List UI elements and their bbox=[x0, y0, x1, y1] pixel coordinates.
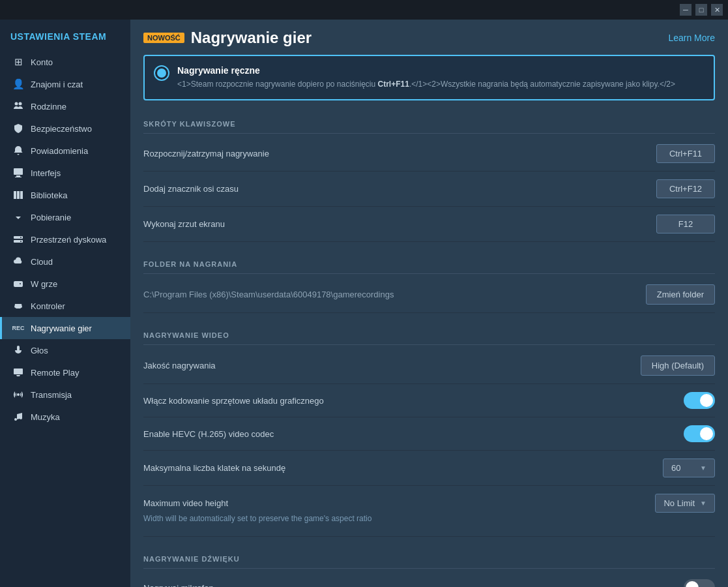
voice-icon bbox=[12, 344, 24, 356]
sidebar-label: Konto bbox=[31, 57, 53, 67]
broadcast-icon bbox=[12, 389, 24, 400]
sidebar-label: Bezpieczeństwo bbox=[31, 124, 92, 134]
minimize-button[interactable]: ─ bbox=[680, 4, 692, 16]
shortcut-row-record: Rozpocznij/zatrzymaj nagrywanie Ctrl+F11 bbox=[143, 136, 715, 172]
quality-row: Jakość nagrywania High (Default) bbox=[143, 348, 715, 384]
download-icon bbox=[12, 211, 24, 223]
maximize-button[interactable]: □ bbox=[695, 4, 707, 16]
max-height-dropdown[interactable]: No Limit ▼ bbox=[655, 494, 715, 513]
svg-point-13 bbox=[20, 283, 21, 284]
audio-header: NAGRYWANIE DŹWIĘKU bbox=[143, 547, 715, 569]
svg-rect-12 bbox=[14, 281, 23, 287]
shortcut-row-timestamp: Dodaj znacznik osi czasu Ctrl+F12 bbox=[143, 172, 715, 207]
mic-row: Nagrywaj mikrofon bbox=[143, 571, 715, 587]
sidebar-title: USTAWIENIA STEAM bbox=[0, 26, 130, 51]
max-height-row-inner: Maximum video height No Limit ▼ bbox=[143, 494, 715, 513]
shortcut-key-record[interactable]: Ctrl+F11 bbox=[656, 144, 715, 163]
hevc-label: Enable HEVC (H.265) video codec bbox=[143, 429, 274, 439]
svg-rect-5 bbox=[14, 191, 16, 199]
music-icon bbox=[12, 411, 24, 423]
ingame-icon bbox=[12, 278, 24, 290]
svg-rect-3 bbox=[16, 175, 20, 177]
account-icon: ⊞ bbox=[12, 56, 24, 68]
sidebar-item-rodzina[interactable]: Rodzinne bbox=[0, 95, 130, 117]
toggle-knob bbox=[686, 581, 699, 587]
security-icon bbox=[12, 123, 24, 134]
sidebar-label: Pobieranie bbox=[31, 213, 71, 222]
svg-rect-4 bbox=[15, 177, 22, 177]
svg-rect-7 bbox=[20, 191, 23, 199]
video-header: NAGRYWANIE WIDEO bbox=[143, 324, 715, 345]
sidebar-label: Głos bbox=[31, 346, 48, 355]
friends-icon: 👤 bbox=[12, 78, 24, 90]
family-icon bbox=[12, 100, 24, 112]
new-badge: NOWOŚĆ bbox=[143, 33, 184, 43]
folder-row: C:\Program Files (x86)\Steam\userdata\60… bbox=[143, 277, 715, 313]
storage-icon bbox=[12, 233, 24, 245]
sidebar-item-przestrzen[interactable]: Przestrzeń dyskowa bbox=[0, 228, 130, 250]
sidebar-label: Powiadomienia bbox=[31, 146, 88, 156]
shortcut-label-timestamp: Dodaj znacznik osi czasu bbox=[143, 184, 239, 194]
sidebar-label: Cloud bbox=[31, 257, 53, 267]
sidebar-label: Przestrzeń dyskowa bbox=[31, 235, 106, 245]
shortcut-key-timestamp[interactable]: Ctrl+F12 bbox=[656, 179, 715, 198]
fps-row: Maksymalna liczba klatek na sekundę 60 ▼ bbox=[143, 451, 715, 486]
sidebar-item-muzyka[interactable]: Muzyka bbox=[0, 406, 130, 428]
sidebar-item-biblioteka[interactable]: Biblioteka bbox=[0, 184, 130, 206]
mic-toggle[interactable] bbox=[684, 579, 715, 587]
svg-point-0 bbox=[15, 102, 18, 106]
sidebar-item-transmisja[interactable]: Transmisja bbox=[0, 384, 130, 406]
sidebar-label: Remote Play bbox=[31, 368, 79, 378]
sidebar-item-bezpieczenstwo[interactable]: Bezpieczeństwo bbox=[0, 117, 130, 140]
radio-card-description: <1>Steam rozpocznie nagrywanie dopiero p… bbox=[177, 78, 675, 90]
max-height-sublabel: Width will be automatically set to prese… bbox=[143, 514, 715, 528]
svg-point-17 bbox=[14, 418, 17, 421]
cloud-icon bbox=[12, 256, 24, 267]
hw-encode-toggle[interactable] bbox=[684, 392, 715, 409]
sidebar-item-kontroler[interactable]: Kontroler bbox=[0, 295, 130, 317]
radio-card-title: Nagrywanie ręczne bbox=[177, 65, 675, 76]
fps-dropdown[interactable]: 60 ▼ bbox=[663, 459, 715, 477]
sidebar-item-wgrze[interactable]: W grze bbox=[0, 273, 130, 295]
sidebar-item-glos[interactable]: Głos bbox=[0, 339, 130, 361]
shortcut-key-screenshot[interactable]: F12 bbox=[656, 215, 715, 233]
radio-button-manual[interactable] bbox=[155, 67, 168, 80]
svg-point-10 bbox=[20, 237, 22, 238]
sidebar-item-powiadomienia[interactable]: Powiadomienia bbox=[0, 140, 130, 162]
main-content: NOWOŚĆ Nagrywanie gier Learn More Nagryw… bbox=[130, 20, 728, 587]
close-button[interactable]: ✕ bbox=[711, 4, 723, 16]
svg-point-1 bbox=[19, 102, 22, 106]
hevc-toggle[interactable] bbox=[684, 425, 715, 442]
sidebar-label: Interfejs bbox=[31, 168, 61, 178]
sidebar: USTAWIENIA STEAM ⊞ Konto 👤 Znajomi i cza… bbox=[0, 20, 130, 587]
shortcuts-header: SKRÓTY KLAWISZOWE bbox=[143, 112, 715, 134]
svg-point-16 bbox=[17, 393, 20, 396]
notification-icon bbox=[12, 145, 24, 157]
sidebar-item-konto[interactable]: ⊞ Konto bbox=[0, 51, 130, 73]
remoteplay-icon bbox=[12, 367, 24, 378]
recording-icon: REC bbox=[12, 322, 24, 334]
folder-path: C:\Program Files (x86)\Steam\userdata\60… bbox=[143, 290, 394, 299]
svg-point-11 bbox=[20, 241, 22, 242]
toggle-knob bbox=[700, 427, 713, 440]
sidebar-item-nagrywanie[interactable]: REC Nagrywanie gier bbox=[0, 317, 130, 339]
content-header: NOWOŚĆ Nagrywanie gier Learn More bbox=[130, 20, 728, 55]
quality-button[interactable]: High (Default) bbox=[641, 355, 715, 376]
learn-more-button[interactable]: Learn More bbox=[668, 33, 715, 43]
svg-rect-14 bbox=[17, 346, 20, 351]
sidebar-item-remoteplay[interactable]: Remote Play bbox=[0, 361, 130, 384]
sidebar-item-cloud[interactable]: Cloud bbox=[0, 250, 130, 273]
folder-header: FOLDER NA NAGRANIA bbox=[143, 252, 715, 274]
sidebar-item-interfejs[interactable]: Interfejs bbox=[0, 162, 130, 184]
svg-rect-6 bbox=[17, 191, 20, 199]
radio-card-manual[interactable]: Nagrywanie ręczne <1>Steam rozpocznie na… bbox=[143, 55, 715, 100]
change-folder-button[interactable]: Zmień folder bbox=[646, 284, 715, 305]
svg-rect-2 bbox=[14, 168, 23, 175]
sidebar-item-pobieranie[interactable]: Pobieranie bbox=[0, 206, 130, 228]
max-height-label: Maximum video height bbox=[143, 498, 228, 508]
sidebar-label: Kontroler bbox=[31, 301, 65, 311]
interface-icon bbox=[12, 167, 24, 179]
page-title: Nagrywanie gier bbox=[191, 29, 312, 47]
sidebar-item-znajomi[interactable]: 👤 Znajomi i czat bbox=[0, 73, 130, 95]
hevc-row: Enable HEVC (H.265) video codec bbox=[143, 417, 715, 451]
